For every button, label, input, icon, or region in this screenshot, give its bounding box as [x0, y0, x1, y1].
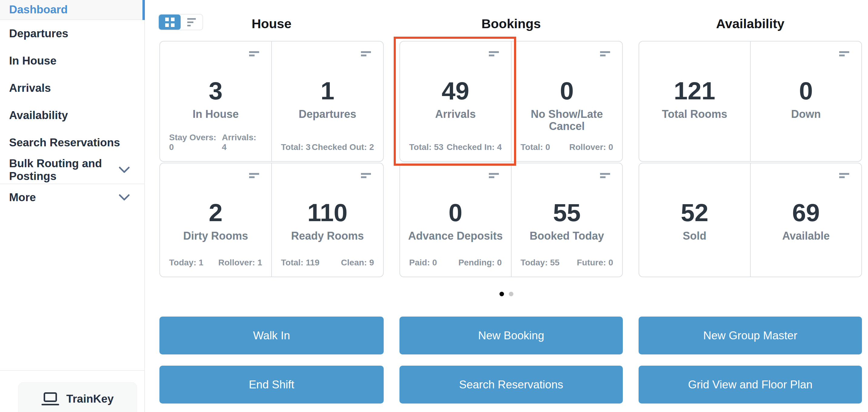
card-available[interactable]: 69 Available — [750, 163, 862, 277]
new-group-master-button[interactable]: New Group Master — [639, 317, 862, 354]
card-departures[interactable]: 1 Departures Total: 3 Checked Out: 2 — [271, 41, 383, 161]
trainkey-button[interactable]: TrainKey — [18, 382, 137, 412]
card-value: 52 — [639, 200, 750, 226]
section-title-availability: Availability — [639, 17, 862, 31]
card-label: Total Rooms — [639, 108, 750, 120]
card-stat-left: Total: 53 — [409, 142, 443, 152]
sidebar-item-bulk-routing-and-postings[interactable]: Bulk Routing and Postings — [0, 156, 144, 184]
pagination-dot[interactable] — [509, 292, 514, 296]
card-label: Sold — [639, 230, 750, 242]
card-stat-left: Stay Overs: 0 — [169, 133, 222, 152]
search-reservations-button[interactable]: Search Reservations — [399, 366, 623, 404]
walk-in-button[interactable]: Walk In — [159, 317, 384, 354]
card-stat-left: Total: 3 — [281, 142, 310, 152]
card-stat-left: Total: 119 — [281, 258, 319, 267]
card-label: Booked Today — [512, 230, 622, 242]
card-menu-icon[interactable] — [600, 173, 610, 178]
sidebar-item-more[interactable]: More — [0, 184, 144, 211]
card-menu-icon[interactable] — [489, 51, 499, 56]
grid-view-and-floor-plan-button[interactable]: Grid View and Floor Plan — [639, 366, 862, 404]
card-menu-icon[interactable] — [361, 173, 371, 178]
brand-label: TrainKey — [66, 392, 114, 406]
house-row-top: 3 In House Stay Overs: 0 Arrivals: 4 1 D… — [159, 41, 384, 162]
card-label: Available — [751, 230, 862, 242]
card-sold[interactable]: 52 Sold — [639, 163, 750, 277]
sidebar-item-departures[interactable]: Departures — [0, 20, 144, 47]
card-in-house[interactable]: 3 In House Stay Overs: 0 Arrivals: 4 — [160, 41, 271, 161]
card-stat-right: Checked Out: 2 — [312, 142, 374, 152]
sidebar-item-dashboard[interactable]: Dashboard — [0, 0, 144, 20]
card-menu-icon[interactable] — [600, 51, 610, 56]
card-label: Dirty Rooms — [160, 230, 271, 242]
card-menu-icon[interactable] — [489, 173, 499, 178]
card-value: 3 — [160, 78, 271, 104]
card-stat-left: Today: 55 — [521, 258, 560, 267]
card-value: 121 — [639, 78, 750, 104]
card-arrivals[interactable]: 49 Arrivals Total: 53 Checked In: 4 — [400, 41, 511, 161]
card-stat-right: Rollover: 0 — [569, 142, 613, 152]
card-value: 2 — [160, 200, 271, 226]
card-advance-deposits[interactable]: 0 Advance Deposits Paid: 0 Pending: 0 — [400, 163, 511, 277]
card-value: 0 — [512, 78, 622, 104]
card-value: 0 — [400, 200, 511, 226]
card-stat-right: Clean: 9 — [341, 258, 374, 267]
end-shift-button[interactable]: End Shift — [159, 366, 384, 404]
sidebar-item-in-house[interactable]: In House — [0, 47, 144, 74]
house-row-bottom: 2 Dirty Rooms Today: 1 Rollover: 1 110 R… — [159, 163, 384, 277]
card-menu-icon[interactable] — [839, 173, 849, 178]
card-label: Arrivals — [400, 108, 511, 120]
card-label: No Show/Late Cancel — [512, 108, 622, 132]
card-menu-icon[interactable] — [361, 51, 371, 56]
sidebar-footer-divider — [0, 370, 144, 371]
card-stat-left: Paid: 0 — [409, 258, 437, 267]
sidebar-item-search-reservations[interactable]: Search Reservations — [0, 129, 144, 156]
availability-row-bottom: 52 Sold 69 Available — [639, 163, 862, 277]
section-title-bookings: Bookings — [399, 17, 623, 31]
sidebar-item-label: Availability — [9, 109, 68, 122]
sidebar: Dashboard Departures In House Arrivals A… — [0, 0, 145, 412]
sidebar-item-label: In House — [9, 55, 56, 67]
card-label: Departures — [272, 108, 383, 120]
section-title-house: House — [159, 17, 384, 31]
chevron-down-icon — [119, 194, 130, 201]
card-stat-right: Pending: 0 — [458, 258, 502, 267]
card-label: In House — [160, 108, 271, 120]
sidebar-item-label: Arrivals — [9, 82, 51, 95]
card-value: 69 — [751, 200, 862, 226]
card-menu-icon[interactable] — [249, 51, 259, 56]
card-stat-right: Checked In: 4 — [446, 142, 502, 152]
card-label: Advance Deposits — [400, 230, 511, 242]
pagination-dot-active[interactable] — [499, 292, 504, 296]
card-dirty-rooms[interactable]: 2 Dirty Rooms Today: 1 Rollover: 1 — [160, 163, 271, 277]
carousel-pagination — [145, 292, 868, 296]
laptop-icon — [41, 392, 59, 406]
card-stat-left: Total: 0 — [521, 142, 550, 152]
new-booking-button[interactable]: New Booking — [399, 317, 623, 354]
card-stat-right: Arrivals: 4 — [222, 133, 262, 152]
card-menu-icon[interactable] — [249, 173, 259, 178]
card-ready-rooms[interactable]: 110 Ready Rooms Total: 119 Clean: 9 — [271, 163, 383, 277]
card-stat-right: Future: 0 — [577, 258, 613, 267]
card-stat-left: Today: 1 — [169, 258, 204, 267]
card-value: 1 — [272, 78, 383, 104]
card-label: Down — [751, 108, 862, 120]
card-value: 110 — [272, 200, 383, 226]
sidebar-item-arrivals[interactable]: Arrivals — [0, 74, 144, 102]
card-total-rooms[interactable]: 121 Total Rooms — [639, 41, 750, 161]
card-down[interactable]: 0 Down — [750, 41, 862, 161]
card-no-show-late-cancel[interactable]: 0 No Show/Late Cancel Total: 0 Rollover:… — [511, 41, 622, 161]
card-value: 0 — [751, 78, 862, 104]
availability-row-top: 121 Total Rooms 0 Down — [639, 41, 862, 162]
card-menu-icon[interactable] — [839, 51, 849, 56]
sidebar-item-label: Dashboard — [9, 3, 68, 16]
card-label: Ready Rooms — [272, 230, 383, 242]
sidebar-item-availability[interactable]: Availability — [0, 102, 144, 129]
bookings-row-top: 49 Arrivals Total: 53 Checked In: 4 0 No… — [399, 41, 623, 162]
card-stat-right: Rollover: 1 — [218, 258, 262, 267]
active-indicator-bar — [143, 0, 145, 20]
sidebar-item-label: More — [9, 191, 36, 204]
card-value: 55 — [512, 200, 622, 226]
card-value: 49 — [400, 78, 511, 104]
sidebar-item-label: Search Reservations — [9, 136, 120, 149]
card-booked-today[interactable]: 55 Booked Today Today: 55 Future: 0 — [511, 163, 622, 277]
